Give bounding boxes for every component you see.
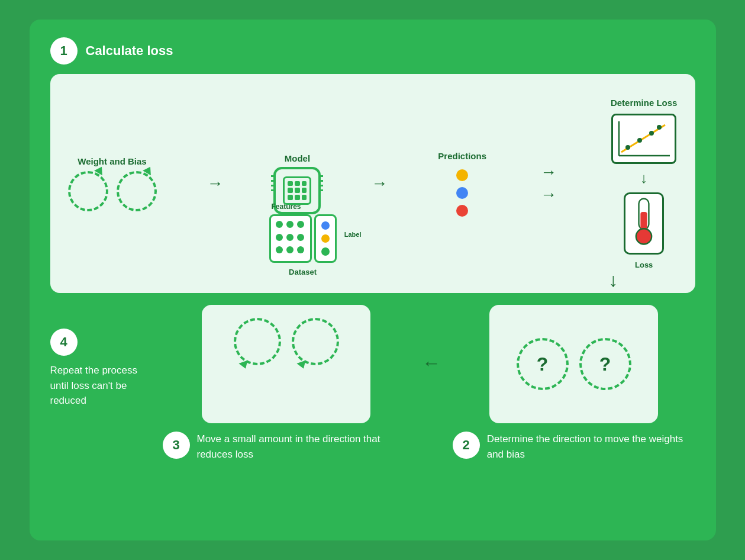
step4-badge: 4	[50, 329, 78, 356]
predictions-section: Predictions	[438, 151, 486, 217]
step3-text: Move a small amount in the direction tha…	[197, 432, 410, 462]
thermometer-icon	[624, 192, 664, 255]
arrow-pred-to-loss-2: →	[540, 185, 557, 204]
svg-point-5	[649, 131, 654, 136]
step2-question1: ?	[517, 338, 569, 390]
step3-card	[202, 305, 370, 423]
chip-cell-5	[295, 188, 300, 193]
main-card: 1 Calculate loss Weight and Bias → Model	[30, 20, 716, 540]
predictions-dots	[456, 169, 468, 217]
label-annotation: Label	[344, 231, 362, 238]
chip-cell-4	[288, 188, 293, 193]
feature-box	[269, 214, 312, 263]
fdot-7	[276, 246, 283, 253]
chip-cell-8	[295, 195, 300, 200]
svg-point-9	[636, 228, 652, 244]
svg-point-6	[657, 125, 662, 130]
weight-circle	[68, 171, 108, 211]
step2-column: ? ? 2 Determine the direction to move th…	[453, 305, 695, 462]
fdot-6	[297, 234, 304, 241]
arrow-wb-to-model: →	[207, 174, 223, 193]
fdot-9	[297, 246, 304, 253]
svg-point-3	[625, 145, 630, 150]
chip-cell-3	[302, 181, 307, 186]
weight-bias-circles	[68, 171, 157, 211]
fdot-5	[286, 234, 294, 241]
chip-cell-9	[302, 195, 307, 200]
fdot-3	[297, 221, 304, 228]
fdot-8	[286, 246, 294, 253]
step3-circles-row	[234, 318, 339, 365]
step1-header: 1 Calculate loss	[50, 37, 695, 65]
ldot-blue	[321, 221, 330, 230]
ldot-yellow	[321, 234, 330, 243]
pred-dot-yellow	[456, 169, 468, 181]
determine-loss-section: Determine Loss ↓	[611, 98, 678, 269]
step4-text: Repeat the process until loss can't be r…	[50, 363, 151, 408]
svg-point-4	[637, 138, 642, 143]
chip-cell-2	[295, 181, 300, 186]
loss-graph	[611, 114, 676, 164]
chip-cell-6	[302, 188, 307, 193]
step3-label-row: 3 Move a small amount in the direction t…	[163, 432, 410, 462]
arrow-loss-down: ↓	[640, 170, 647, 186]
determine-loss-label: Determine Loss	[611, 98, 678, 108]
step2-badge: 2	[453, 432, 480, 459]
fdot-2	[286, 221, 294, 228]
fdot-1	[276, 221, 283, 228]
step2-question2: ?	[579, 338, 631, 390]
weight-bias-label: Weight and Bias	[78, 156, 146, 166]
step3-bias-circle	[292, 318, 339, 365]
chip-cell-7	[288, 195, 293, 200]
label-box	[314, 214, 337, 263]
fdot-4	[276, 234, 283, 241]
dataset-area: Features	[269, 202, 337, 276]
bottom-section: 4 Repeat the process until loss can't be…	[50, 305, 695, 462]
step2-text: Determine the direction to move the weig…	[487, 432, 695, 462]
pred-dot-blue	[456, 187, 468, 199]
arrow-pred-to-loss-1: →	[540, 163, 557, 182]
chip-cell-1	[288, 181, 293, 186]
double-arrow: → →	[537, 163, 560, 204]
top-card: Weight and Bias → Model	[50, 74, 695, 293]
label-box-wrapper: Label	[314, 214, 337, 263]
step1-title: Calculate loss	[86, 43, 173, 59]
step3-weight-circle	[234, 318, 281, 365]
dataset-label: Dataset	[289, 268, 317, 276]
predictions-label: Predictions	[438, 151, 486, 161]
step2-label-row: 2 Determine the direction to move the we…	[453, 432, 695, 462]
arrow-down-to-step2: ↓	[609, 269, 618, 291]
step1-badge: 1	[50, 37, 78, 65]
dataset-boxes-row: Label	[269, 214, 337, 263]
step4-area: 4 Repeat the process until loss can't be…	[50, 305, 151, 408]
svg-rect-8	[641, 212, 647, 229]
step3-badge: 3	[163, 432, 190, 459]
loss-text: Loss	[635, 260, 653, 269]
pred-dot-red	[456, 205, 468, 217]
bias-circle	[117, 171, 157, 211]
ldot-green	[321, 247, 330, 256]
weight-bias-section: Weight and Bias	[68, 156, 157, 211]
arrow-model-to-pred: →	[371, 174, 388, 193]
chip-inner	[283, 176, 311, 205]
arrow-step2-to-step3: ←	[422, 352, 441, 374]
step2-card: ? ?	[489, 305, 658, 423]
features-label: Features	[272, 202, 301, 211]
model-label: Model	[285, 153, 310, 163]
step3-column: 3 Move a small amount in the direction t…	[163, 305, 410, 462]
